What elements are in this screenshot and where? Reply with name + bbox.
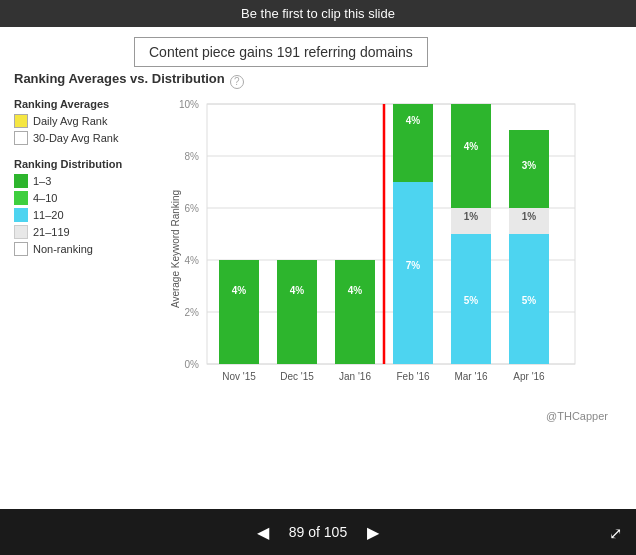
11-20-label: 11–20 — [33, 209, 64, 221]
svg-text:1%: 1% — [464, 211, 479, 222]
svg-text:7%: 7% — [406, 260, 421, 271]
21-119-label: 21–119 — [33, 226, 70, 238]
chart-section: Ranking Averages Daily Avg Rank 30-Day A… — [14, 94, 622, 408]
attribution-text: @THCapper — [546, 410, 608, 422]
bar-feb16-cyan — [393, 182, 433, 364]
svg-text:3%: 3% — [522, 160, 537, 171]
chart-svg-container: Average Keyword Ranking 0% 2% 4% 6% 8% 1… — [169, 94, 622, 408]
4-10-color — [14, 191, 28, 205]
nav-controls: ◀ 89 of 105 ▶ — [251, 521, 385, 544]
4-10-label: 4–10 — [33, 192, 57, 204]
21-119-color — [14, 225, 28, 239]
legend-item-1-3: 1–3 — [14, 174, 169, 188]
bottom-bar: ◀ 89 of 105 ▶ ⤢ — [0, 509, 636, 555]
svg-text:0%: 0% — [185, 359, 200, 370]
1-3-color — [14, 174, 28, 188]
attribution: @THCapper — [14, 408, 622, 422]
legend-item-30day: 30-Day Avg Rank — [14, 131, 169, 145]
svg-text:6%: 6% — [185, 203, 200, 214]
svg-text:1%: 1% — [522, 211, 537, 222]
help-icon[interactable]: ? — [230, 75, 244, 89]
bar-jan16 — [335, 260, 375, 364]
30day-avg-color — [14, 131, 28, 145]
svg-text:Apr '16: Apr '16 — [513, 371, 545, 382]
svg-text:10%: 10% — [179, 99, 199, 110]
non-ranking-label: Non-ranking — [33, 243, 93, 255]
svg-text:Jan '16: Jan '16 — [339, 371, 371, 382]
legend-item-non-ranking: Non-ranking — [14, 242, 169, 256]
legend-item-11-20: 11–20 — [14, 208, 169, 222]
callout-box: Content piece gains 191 referring domain… — [134, 37, 428, 67]
legend: Ranking Averages Daily Avg Rank 30-Day A… — [14, 94, 169, 408]
1-3-label: 1–3 — [33, 175, 51, 187]
distribution-legend-title: Ranking Distribution — [14, 158, 169, 170]
averages-legend-title: Ranking Averages — [14, 98, 169, 110]
svg-text:2%: 2% — [185, 307, 200, 318]
svg-text:Average Keyword Ranking: Average Keyword Ranking — [170, 190, 181, 308]
banner-text: Be the first to clip this slide — [241, 6, 395, 21]
svg-text:4%: 4% — [185, 255, 200, 266]
main-content: Content piece gains 191 referring domain… — [0, 27, 636, 506]
bar-mar16-green — [451, 104, 491, 208]
legend-item-21-119: 21–119 — [14, 225, 169, 239]
chart-title-row: Ranking Averages vs. Distribution ? — [14, 71, 622, 92]
chart-svg: Average Keyword Ranking 0% 2% 4% 6% 8% 1… — [169, 94, 609, 404]
callout-text: Content piece gains 191 referring domain… — [149, 44, 413, 60]
svg-text:4%: 4% — [232, 285, 247, 296]
30day-avg-label: 30-Day Avg Rank — [33, 132, 118, 144]
slide-counter: 89 of 105 — [289, 524, 347, 540]
svg-text:4%: 4% — [290, 285, 305, 296]
legend-item-4-10: 4–10 — [14, 191, 169, 205]
svg-text:5%: 5% — [522, 295, 537, 306]
svg-text:Dec '15: Dec '15 — [280, 371, 314, 382]
legend-item-daily: Daily Avg Rank — [14, 114, 169, 128]
chart-title: Ranking Averages vs. Distribution — [14, 71, 225, 86]
11-20-color — [14, 208, 28, 222]
svg-text:8%: 8% — [185, 151, 200, 162]
daily-avg-label: Daily Avg Rank — [33, 115, 107, 127]
svg-text:4%: 4% — [406, 115, 421, 126]
top-banner: Be the first to clip this slide — [0, 0, 636, 27]
next-button[interactable]: ▶ — [361, 521, 385, 544]
expand-button[interactable]: ⤢ — [609, 524, 622, 543]
prev-button[interactable]: ◀ — [251, 521, 275, 544]
bar-dec15 — [277, 260, 317, 364]
non-ranking-color — [14, 242, 28, 256]
daily-avg-color — [14, 114, 28, 128]
svg-text:4%: 4% — [464, 141, 479, 152]
svg-text:5%: 5% — [464, 295, 479, 306]
svg-text:Feb '16: Feb '16 — [396, 371, 429, 382]
svg-text:Mar '16: Mar '16 — [454, 371, 487, 382]
svg-text:4%: 4% — [348, 285, 363, 296]
bar-nov15 — [219, 260, 259, 364]
legend-gap — [14, 148, 169, 158]
svg-text:Nov '15: Nov '15 — [222, 371, 256, 382]
